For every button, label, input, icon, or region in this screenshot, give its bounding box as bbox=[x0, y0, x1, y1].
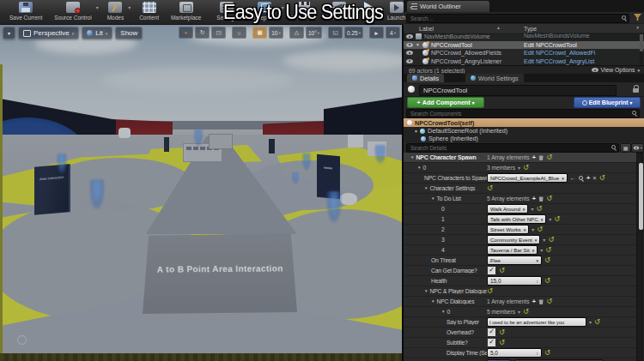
reset-to-default-icon[interactable]: ↺ bbox=[554, 215, 560, 223]
reset-to-default-icon[interactable]: ↺ bbox=[487, 184, 493, 192]
delete-icon[interactable] bbox=[538, 196, 544, 202]
world-space-button[interactable]: ○ bbox=[232, 27, 246, 39]
grid-snap-value[interactable]: 10▾ bbox=[269, 27, 283, 39]
expand-arrow-icon[interactable]: ▼ bbox=[417, 165, 421, 170]
browse-icon[interactable] bbox=[579, 176, 584, 181]
outliner-row-npccrowd-angrylistener[interactable]: NPCCrowd_AngryListenerEdit NPCCrowd_Angr… bbox=[404, 57, 644, 66]
visibility-eye-icon[interactable] bbox=[406, 34, 413, 39]
property-row-npc-dialogues[interactable]: ▼NPC Dialogues1 Array elements+↺ bbox=[404, 297, 637, 307]
dropdown-caret-icon[interactable]: ▾ bbox=[410, 4, 412, 10]
outliner-search-input[interactable] bbox=[407, 15, 629, 22]
filter-icon[interactable] bbox=[634, 14, 641, 21]
property-row-health[interactable]: Health15,0↕↺ bbox=[404, 276, 637, 286]
toolbar-item-modes[interactable]: ▾Modes bbox=[101, 0, 131, 21]
property-row-npc-character-spawn[interactable]: ▼NPC Character Spawn1 Array elements+↺ bbox=[404, 153, 637, 163]
dropdown-npc-characters-to-spawn[interactable]: NPCCrowd_ExampleAI_Blue▾ bbox=[487, 173, 568, 183]
rotation-snap-value[interactable]: 10°▾ bbox=[306, 27, 322, 39]
dropdown-on-threat[interactable]: Flee▾ bbox=[487, 256, 542, 265]
camera-mode-button[interactable]: Perspective▾ bbox=[18, 27, 79, 39]
scale-snap-value[interactable]: 0.25▾ bbox=[344, 27, 363, 39]
component-row-sphere-inherited[interactable]: Sphere (Inherited) bbox=[404, 135, 644, 142]
property-row-2[interactable]: 2Street Works▾▾↺ bbox=[404, 225, 637, 235]
property-row-on-threat[interactable]: On ThreatFlee▾↺ bbox=[404, 256, 637, 266]
element-options-icon[interactable]: ▾ bbox=[532, 227, 534, 232]
checkbox-subtitle[interactable]: ✓ bbox=[487, 338, 496, 347]
property-row-overhead[interactable]: Overhead?✓↺ bbox=[404, 328, 637, 338]
property-row-0[interactable]: ▼03 members▾↺ bbox=[404, 163, 637, 173]
property-row-1[interactable]: 1Talk with Other NPC▾▾↺ bbox=[404, 214, 637, 225]
dropdown-2[interactable]: Street Works▾ bbox=[487, 225, 529, 234]
actor-type-link[interactable]: Edit NPCCrowd_AllowedFi bbox=[524, 50, 595, 56]
reset-to-default-icon[interactable]: ↺ bbox=[548, 236, 554, 244]
element-options-icon[interactable]: ▾ bbox=[531, 207, 533, 212]
show-flags-button[interactable]: Show bbox=[115, 27, 143, 39]
reset-to-default-icon[interactable]: ↺ bbox=[499, 328, 505, 336]
column-type[interactable]: Type bbox=[524, 26, 537, 32]
delete-icon[interactable] bbox=[538, 298, 544, 304]
element-options-icon[interactable]: ▾ bbox=[589, 320, 592, 325]
dropdown-caret-icon[interactable]: ▾ bbox=[128, 4, 131, 10]
expand-arrow-icon[interactable]: ▼ bbox=[410, 155, 414, 159]
move-tool-button[interactable]: + bbox=[179, 27, 193, 39]
tab-details[interactable]: Details bbox=[407, 74, 444, 82]
property-row-to-do-list[interactable]: ▼To Do List5 Array elements+↺ bbox=[404, 194, 637, 204]
reset-to-default-icon[interactable]: ↺ bbox=[487, 287, 493, 295]
element-options-icon[interactable]: ▾ bbox=[518, 165, 520, 171]
camera-speed-value[interactable]: 4▾ bbox=[386, 27, 400, 39]
outliner-row-npccrowdtool[interactable]: ▼NPCCrowdToolEdit NPCCrowdTool bbox=[404, 41, 644, 50]
reset-to-default-icon[interactable]: ↺ bbox=[544, 256, 550, 264]
toolbar-item-launch[interactable]: ▾Launch bbox=[381, 0, 411, 21]
toolbar-item-marketplace[interactable]: Marketplace bbox=[165, 0, 207, 21]
scale-tool-button[interactable]: ◳ bbox=[211, 27, 226, 39]
property-row-4[interactable]: 4Taverna / Bar Sit▾▾↺ bbox=[404, 245, 637, 256]
reset-to-default-icon[interactable]: ↺ bbox=[544, 349, 550, 357]
add-component-button[interactable]: +Add Component▾ bbox=[407, 97, 484, 108]
property-row-can-get-damage[interactable]: Can Get Damage?✓↺ bbox=[404, 266, 637, 276]
outliner-search[interactable] bbox=[406, 14, 629, 23]
expand-arrow-icon[interactable]: ▼ bbox=[416, 42, 420, 47]
edit-blueprint-button[interactable]: Edit Blueprint▾ bbox=[574, 97, 641, 108]
rotate-tool-button[interactable]: ↻ bbox=[195, 27, 210, 39]
lock-icon[interactable] bbox=[633, 88, 639, 93]
actor-name-field[interactable] bbox=[419, 85, 617, 96]
dropdown-caret-icon[interactable]: ▾ bbox=[96, 4, 99, 10]
expand-arrow-icon[interactable]: ▼ bbox=[441, 310, 445, 314]
dropdown-0[interactable]: Walk Around▾ bbox=[487, 204, 528, 214]
expand-arrow-icon[interactable]: ▼ bbox=[414, 129, 418, 134]
tab-world-settings[interactable]: World Settings bbox=[465, 74, 524, 82]
spinner-icon[interactable]: ↕ bbox=[536, 279, 538, 284]
reset-to-default-icon[interactable]: ↺ bbox=[546, 195, 552, 202]
text-field-say-to-player[interactable]: I used to be an adventurer like you bbox=[487, 317, 586, 327]
expand-arrow-icon[interactable]: ▼ bbox=[431, 299, 434, 304]
property-row-0[interactable]: ▼05 members▾↺ bbox=[404, 307, 637, 317]
reset-to-default-icon[interactable]: ↺ bbox=[537, 226, 543, 233]
clear-icon[interactable]: × bbox=[592, 175, 596, 182]
checkbox-can-get-damage[interactable]: ✓ bbox=[487, 266, 496, 275]
component-row-defaultsceneroot-inherited[interactable]: ▼DefaultSceneRoot (Inherited) bbox=[404, 127, 644, 135]
property-row-3[interactable]: 3Community Event▾▾↺ bbox=[404, 235, 637, 245]
search-details-input[interactable] bbox=[407, 144, 618, 152]
search-components[interactable] bbox=[406, 109, 640, 118]
component-row-npccrowdtool-self[interactable]: NPCCrowdTool(self) bbox=[404, 118, 644, 127]
actor-type-link[interactable]: Edit NPCCrowd_AngryList bbox=[524, 58, 594, 64]
reset-to-default-icon[interactable]: ↺ bbox=[594, 318, 600, 326]
column-label[interactable]: Label bbox=[419, 26, 434, 32]
actor-name-input[interactable] bbox=[420, 86, 616, 95]
view-options-button[interactable]: View Options ▾ bbox=[592, 67, 640, 73]
element-options-icon[interactable]: ▾ bbox=[540, 248, 543, 253]
dropdown-4[interactable]: Taverna / Bar Sit▾ bbox=[487, 245, 538, 255]
element-options-icon[interactable]: ▾ bbox=[518, 310, 520, 315]
property-row-display-time-sec[interactable]: Display Time (Sec)5,0↕↺ bbox=[404, 348, 637, 358]
element-options-icon[interactable]: ▾ bbox=[549, 217, 551, 222]
toolbar-item-source-control[interactable]: ▾Source Control bbox=[48, 0, 97, 21]
add-element-icon[interactable]: + bbox=[532, 154, 536, 161]
property-row-npc-characters-to-spawn[interactable]: NPC Characters to SpawnNPCCrowd_ExampleA… bbox=[404, 173, 637, 184]
outliner-row-npccrowd-allowedfields[interactable]: NPCCrowd_AllowedFieldsEdit NPCCrowd_Allo… bbox=[404, 49, 644, 57]
grid-snap-toggle[interactable]: ▦ bbox=[252, 27, 267, 39]
expand-arrow-icon[interactable]: ▼ bbox=[424, 186, 428, 190]
viewport-3d[interactable]: Area Interaction A to B Point Area Inter… bbox=[0, 25, 404, 361]
reset-to-default-icon[interactable]: ↺ bbox=[546, 298, 552, 305]
add-element-icon[interactable]: + bbox=[532, 196, 536, 202]
property-row-0[interactable]: 0Walk Around▾▾↺ bbox=[404, 204, 637, 214]
use-selected-icon[interactable]: ← bbox=[570, 175, 576, 181]
